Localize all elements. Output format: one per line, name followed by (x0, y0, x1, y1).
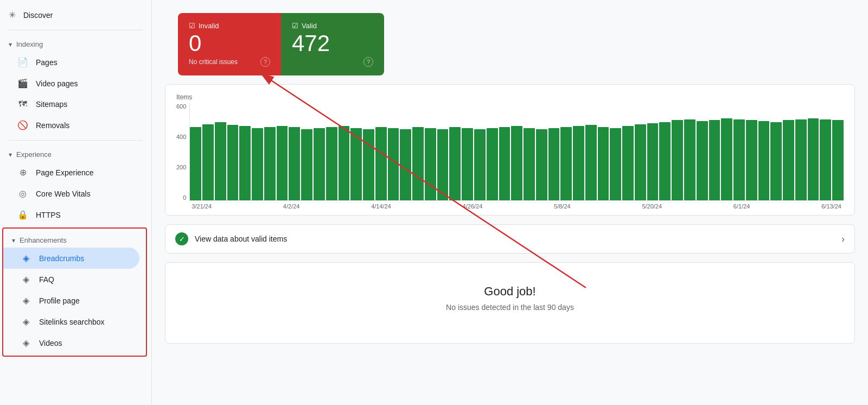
sidebar-item-discover[interactable]: ✳ Discover (0, 4, 151, 26)
good-job-title: Good job! (178, 284, 841, 299)
profile-page-label: Profile page (39, 296, 80, 305)
chart-bar (375, 127, 387, 200)
chart-bar (746, 120, 757, 200)
chart-bar (462, 128, 473, 200)
x-label-1: 4/2/24 (283, 203, 300, 210)
sidebar-item-removals[interactable]: 🚫 Removals (0, 115, 145, 136)
y-label-600: 600 (176, 103, 186, 110)
y-label-0: 0 (176, 194, 186, 201)
sidebar-item-breadcrumbs[interactable]: ◈ Breadcrumbs (3, 248, 139, 269)
sidebar-item-core-web-vitals[interactable]: ◎ Core Web Vitals (0, 183, 145, 204)
chart-bar (301, 129, 312, 200)
chart-bar (264, 127, 276, 200)
invalid-card: ☑ Invalid 0 No critical issues ? (178, 13, 281, 75)
chart-bar (487, 128, 498, 200)
chart-bar (449, 127, 461, 200)
score-cards-row: ☑ Invalid 0 No critical issues ? ☑ Valid… (152, 0, 868, 75)
chart-bar (598, 127, 609, 200)
x-labels: 3/21/24 4/2/24 4/14/24 4/26/24 5/8/24 5/… (189, 203, 844, 210)
sidebar-item-videos[interactable]: ◈ Videos (3, 332, 139, 353)
page-experience-icon: ⊕ (17, 167, 28, 178)
chart-bar (252, 128, 263, 200)
chart-bar (412, 127, 424, 200)
video-pages-label: Video pages (36, 79, 78, 88)
pages-label: Pages (36, 58, 58, 67)
core-web-vitals-icon: ◎ (17, 188, 28, 199)
chart-bar (548, 128, 560, 200)
chevron-experience-icon: ▾ (9, 151, 12, 159)
chart-bar (511, 126, 522, 200)
y-label-400: 400 (176, 134, 186, 140)
chart-bar (647, 123, 659, 200)
chart-bar (499, 127, 510, 200)
sidebar-item-page-experience[interactable]: ⊕ Page Experience (0, 162, 145, 183)
invalid-help-icon[interactable]: ? (260, 57, 270, 67)
enhancements-box: ▾ Enhancements ◈ Breadcrumbs ◈ FAQ ◈ Pro… (2, 227, 147, 357)
video-pages-icon: 🎬 (17, 78, 28, 88)
x-label-3: 4/26/24 (463, 203, 483, 210)
sidebar-item-sitemaps[interactable]: 🗺 Sitemaps (0, 94, 145, 115)
x-label-4: 5/8/24 (554, 203, 571, 210)
pages-icon: 📄 (17, 57, 28, 67)
asterisk-icon: ✳ (9, 10, 16, 20)
sidebar-section-experience[interactable]: ▾ Experience (0, 145, 151, 162)
chart-bar (635, 124, 646, 200)
main-content: ☑ Invalid 0 No critical issues ? ☑ Valid… (152, 0, 868, 405)
sidebar-section-indexing[interactable]: ▾ Indexing (0, 35, 151, 52)
chart-bar (363, 129, 374, 200)
enhancements-label: Enhancements (20, 236, 67, 244)
videos-label: Videos (39, 339, 62, 347)
divider-2 (9, 140, 143, 141)
chart-bar (697, 121, 708, 200)
removals-label: Removals (36, 121, 69, 130)
chart-bar (622, 126, 634, 200)
sidebar-item-pages[interactable]: 📄 Pages (0, 52, 145, 73)
chart-bar (770, 122, 782, 200)
https-label: HTTPS (36, 211, 61, 219)
sidebar-item-video-pages[interactable]: 🎬 Video pages (0, 73, 145, 94)
chart-bar (314, 128, 325, 200)
chart-bar (832, 120, 844, 200)
x-label-0: 3/21/24 (192, 203, 212, 210)
valid-checkbox-icon: ☑ (292, 22, 298, 30)
x-label-5: 5/20/24 (642, 203, 662, 210)
breadcrumbs-label: Breadcrumbs (39, 254, 84, 263)
chart-bar (239, 126, 251, 200)
chart-bar (350, 128, 362, 200)
invalid-sub-row: No critical issues ? (189, 57, 270, 67)
chart-bar (808, 118, 819, 200)
bars-container (189, 103, 844, 201)
good-job-section: Good job! No issues detected in the last… (165, 262, 855, 344)
valid-help-icon[interactable]: ? (363, 57, 373, 67)
chart-bar (758, 121, 770, 200)
sidebar-section-enhancements[interactable]: ▾ Enhancements (3, 231, 146, 248)
chart-bar (733, 119, 745, 200)
chart-container: Items 600 400 200 0 3/21/24 4/2/24 4/14/… (165, 84, 855, 216)
sidebar-item-sitelinks-searchbox[interactable]: ◈ Sitelinks searchbox (3, 311, 139, 332)
sidebar: ✳ Discover ▾ Indexing 📄 Pages 🎬 Video pa… (0, 0, 152, 405)
chart-bar (227, 125, 239, 200)
chart-bar (326, 127, 337, 200)
sitemaps-icon: 🗺 (17, 99, 28, 109)
sidebar-item-profile-page[interactable]: ◈ Profile page (3, 290, 139, 311)
view-data-row[interactable]: ✓ View data about valid items › (165, 224, 855, 254)
chart-bar (474, 129, 486, 200)
faq-icon: ◈ (21, 274, 31, 284)
x-label-6: 6/1/24 (733, 203, 750, 210)
sitemaps-label: Sitemaps (36, 100, 67, 109)
chart-bar (783, 120, 794, 200)
chart-bar (721, 118, 732, 200)
chart-bar (820, 119, 831, 200)
videos-icon: ◈ (21, 338, 31, 348)
chart-bar (573, 126, 584, 200)
invalid-label-row: ☑ Invalid (189, 22, 270, 30)
chart-bar (684, 119, 695, 200)
valid-label-row: ☑ Valid (292, 22, 373, 30)
view-data-label: View data about valid items (195, 235, 287, 243)
sidebar-item-https[interactable]: 🔒 HTTPS (0, 204, 145, 225)
sidebar-item-faq[interactable]: ◈ FAQ (3, 269, 139, 290)
check-circle-icon: ✓ (175, 232, 188, 245)
chart-bar (339, 126, 350, 200)
chevron-enhancements-icon: ▾ (12, 237, 15, 244)
chart-bar (289, 127, 300, 200)
